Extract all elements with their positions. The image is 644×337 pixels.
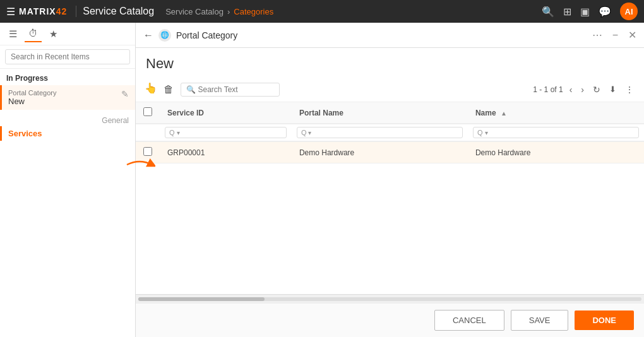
header-checkbox-col <box>136 102 160 124</box>
sidebar-tab-recent[interactable]: ⏱ <box>25 25 42 42</box>
close-panel-icon[interactable]: ✕ <box>628 29 636 41</box>
select-all-checkbox[interactable] <box>143 107 152 116</box>
cancel-button[interactable]: CANCEL <box>434 310 504 331</box>
main-content: ← 🌐 Portal Category ⋯ − ✕ New + 👆 🗑 🔍 <box>136 23 644 337</box>
app-title: Service Catalog <box>76 6 154 17</box>
sidebar-tab-favorites[interactable]: ★ <box>45 26 61 42</box>
sidebar-item-category: Portal Category <box>8 89 56 97</box>
table-header-row: Service ID Portal Name Name ▲ <box>136 102 644 124</box>
row-checkbox[interactable] <box>143 147 152 156</box>
in-progress-label: In Progress <box>0 69 135 85</box>
header-service-id[interactable]: Service ID <box>160 102 292 124</box>
hamburger-icon[interactable]: ☰ <box>6 6 15 18</box>
search-icon[interactable]: 🔍 <box>542 6 554 18</box>
more-options-icon[interactable]: ⋯ <box>592 29 602 41</box>
sidebar-tab-menu[interactable]: ☰ <box>5 26 21 42</box>
search-box <box>0 45 135 69</box>
breadcrumb-parent[interactable]: Service Catalog <box>165 7 224 16</box>
refresh-button[interactable]: ↻ <box>590 83 603 96</box>
toolbar-search-box: 🔍 <box>181 83 280 97</box>
sidebar-general-label: General <box>0 110 135 126</box>
panel-body: New + 👆 🗑 🔍 1 - 1 of 1 ‹ › ↻ <box>136 48 644 303</box>
panel-footer: CANCEL SAVE DONE <box>136 303 644 337</box>
panel-header: ← 🌐 Portal Category ⋯ − ✕ <box>136 23 644 48</box>
filter-service-id[interactable]: Q▾ <box>165 127 287 138</box>
toolbar-search-icon: 🔍 <box>186 85 196 94</box>
more-table-options-button[interactable]: ⋮ <box>623 83 636 96</box>
top-nav: ☰ MATRIX42 Service Catalog Service Catal… <box>0 0 644 23</box>
grid-icon[interactable]: ⊞ <box>563 6 571 18</box>
services-table: Service ID Portal Name Name ▲ <box>136 102 644 163</box>
nav-logo: ☰ MATRIX42 <box>6 6 67 18</box>
download-button[interactable]: ⬇ <box>607 83 619 95</box>
filter-portal-name[interactable]: Q▾ <box>297 127 463 138</box>
minimize-icon[interactable]: − <box>612 30 618 41</box>
breadcrumb-separator: › <box>227 7 230 16</box>
add-button[interactable]: + 👆 <box>143 81 157 98</box>
header-portal-name[interactable]: Portal Name <box>292 102 468 124</box>
sidebar-portal-category-item[interactable]: Portal Category New ✎ <box>0 85 135 110</box>
panel-section-title: New <box>136 48 644 77</box>
sort-asc-icon: ▲ <box>501 110 507 117</box>
logo-text: MATRIX42 <box>19 6 67 16</box>
chat-icon[interactable]: 💬 <box>599 6 611 18</box>
table-container[interactable]: Service ID Portal Name Name ▲ <box>136 102 644 294</box>
pagination-count: 1 - 1 of 1 <box>533 85 563 94</box>
filter-name[interactable]: Q▾ <box>473 127 639 138</box>
monitor-icon[interactable]: ▣ <box>580 6 590 18</box>
toolbar-search-input[interactable] <box>198 85 274 94</box>
header-name[interactable]: Name ▲ <box>468 102 644 124</box>
cell-service-id: GRP00001 <box>160 141 292 163</box>
sidebar-services-item[interactable]: Services <box>0 126 135 141</box>
pagination: 1 - 1 of 1 ‹ › ↻ ⬇ ⋮ <box>533 83 636 96</box>
sidebar-tabs: ☰ ⏱ ★ <box>0 23 135 45</box>
search-input[interactable] <box>5 49 130 64</box>
filter-row: Q▾ Q▾ Q▾ <box>136 124 644 141</box>
sidebar-item-name: New <box>8 97 56 106</box>
globe-icon: 🌐 <box>158 29 171 42</box>
breadcrumb: Service Catalog › Categories <box>165 7 273 16</box>
main-layout: ☰ ⏱ ★ In Progress Portal Category New ✎ … <box>0 23 644 337</box>
breadcrumb-current[interactable]: Categories <box>234 7 273 16</box>
cell-name: Demo Hardware <box>468 141 644 163</box>
sidebar: ☰ ⏱ ★ In Progress Portal Category New ✎ … <box>0 23 136 337</box>
edit-icon[interactable]: ✎ <box>121 89 129 99</box>
prev-page-button[interactable]: ‹ <box>567 83 575 96</box>
panel-title: Portal Category <box>176 30 237 40</box>
save-button[interactable]: SAVE <box>511 310 569 331</box>
delete-button[interactable]: 🗑 <box>160 82 177 97</box>
next-page-button[interactable]: › <box>578 83 587 96</box>
table-toolbar: + 👆 🗑 🔍 1 - 1 of 1 ‹ › ↻ ⬇ ⋮ <box>136 77 644 102</box>
ai-badge[interactable]: AI <box>620 3 638 20</box>
cell-portal-name: Demo Hardware <box>292 141 468 163</box>
horizontal-scrollbar[interactable] <box>136 294 644 303</box>
done-button[interactable]: DONE <box>575 310 634 330</box>
scrollbar-track[interactable] <box>138 297 641 301</box>
back-button[interactable]: ← <box>143 30 153 41</box>
nav-icons: 🔍 ⊞ ▣ 💬 AI <box>542 3 638 20</box>
table-row[interactable]: GRP00001 Demo Hardware Demo Hardware <box>136 141 644 163</box>
scrollbar-thumb[interactable] <box>138 297 265 301</box>
